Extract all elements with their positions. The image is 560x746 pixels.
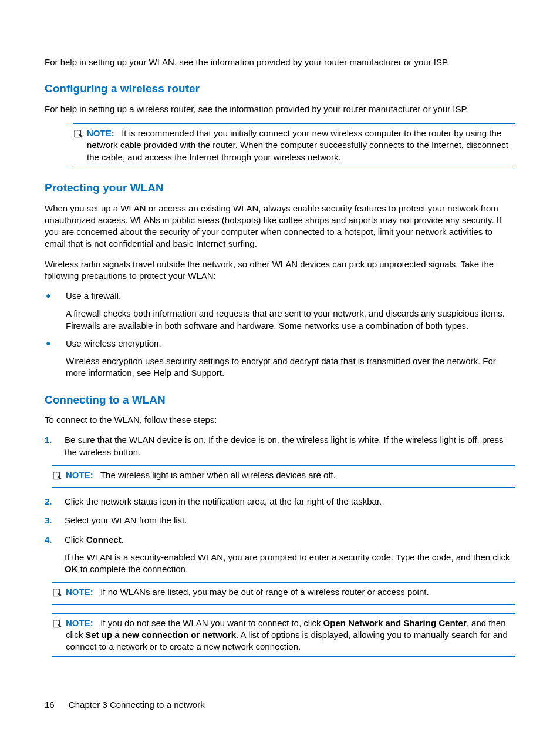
step-item: 1. Be sure that the WLAN device is on. I… [45,434,515,488]
document-page: For help in setting up your WLAN, see th… [0,0,560,746]
note-icon [52,470,63,483]
step-item: 4. Click Connect. If the WLAN is a secur… [45,534,515,657]
note-box: NOTE: The wireless light is amber when a… [52,465,515,488]
note-icon [73,128,85,142]
heading-protecting-wlan: Protecting your WLAN [45,180,515,196]
step-item: 3. Select your WLAN from the list. [45,515,515,526]
note-label: NOTE: [66,470,93,480]
note-text: NOTE: If no WLANs are listed, you may be… [66,586,515,598]
bullet-title: Use wireless encryption. [66,338,515,350]
heading-configuring-router: Configuring a wireless router [45,81,515,96]
sec2-paragraph-1: When you set up a WLAN or access an exis… [45,203,515,250]
page-footer: 16 Chapter 3 Connecting to a network [45,699,205,711]
step-extra-text: If the WLAN is a security-enabled WLAN, … [65,552,515,576]
step-number: 2. [45,496,65,508]
bullet-description: A firewall checks both information and r… [66,308,515,332]
sec3-intro: To connect to the WLAN, follow these ste… [45,414,515,426]
chapter-title: Chapter 3 Connecting to a network [69,700,205,710]
note-content: If no WLANs are listed, you may be out o… [100,587,429,597]
step-number: 3. [45,515,65,526]
step-text: Be sure that the WLAN device is on. If t… [65,434,515,458]
note-text: NOTE: It is recommended that you initial… [87,127,515,163]
note-content: The wireless light is amber when all wir… [100,470,336,480]
step-number: 1. [45,434,65,446]
note-label: NOTE: [66,587,93,597]
sec1-paragraph: For help in setting up a wireless router… [45,103,515,115]
bullet-icon: ● [45,290,66,302]
note-label: NOTE: [66,618,93,628]
step-number: 4. [45,534,65,546]
intro-paragraph: For help in setting up your WLAN, see th… [45,56,515,68]
bullet-icon: ● [45,338,66,350]
note-body [117,128,122,138]
list-item: ● Use a firewall. A firewall checks both… [45,290,515,332]
note-box: NOTE: If no WLANs are listed, you may be… [52,582,515,604]
step-text: Select your WLAN from the list. [65,515,515,526]
page-number: 16 [45,700,55,710]
note-content: It is recommended that you initially con… [87,128,508,162]
bullet-description: Wireless encryption uses security settin… [66,355,515,379]
note-box: NOTE: It is recommended that you initial… [73,123,515,167]
heading-connecting-wlan: Connecting to a WLAN [45,392,515,408]
step-text: Click the network status icon in the not… [65,496,515,508]
steps-list: 1. Be sure that the WLAN device is on. I… [45,434,515,657]
note-text: NOTE: The wireless light is amber when a… [66,469,515,481]
note-text: NOTE: If you do not see the WLAN you wan… [66,617,515,653]
bullet-title: Use a firewall. [66,290,515,302]
sec2-paragraph-2: Wireless radio signals travel outside th… [45,258,515,283]
note-box: NOTE: If you do not see the WLAN you wan… [52,613,515,657]
list-item: ● Use wireless encryption. Wireless encr… [45,338,515,379]
note-icon [52,587,63,600]
bullet-list: ● Use a firewall. A firewall checks both… [45,290,515,379]
step-item: 2. Click the network status icon in the … [45,496,515,508]
note-label: NOTE: [87,128,114,138]
note-icon [52,618,63,631]
step-text: Click Connect. [65,534,515,546]
